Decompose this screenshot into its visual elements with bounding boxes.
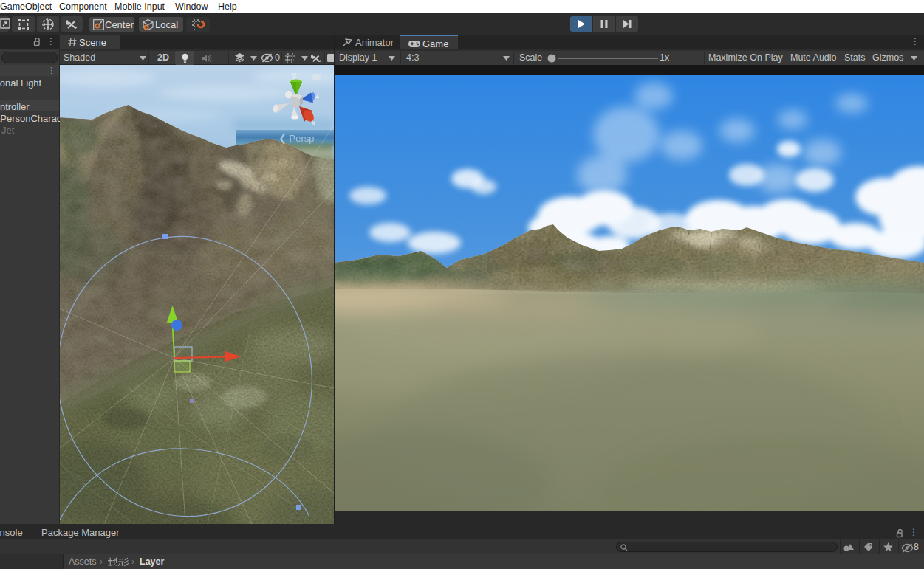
svg-text:x: x <box>312 118 316 127</box>
svg-text:z: z <box>315 91 320 100</box>
svg-text:y: y <box>292 70 297 79</box>
svg-text:❮ Persp: ❮ Persp <box>278 133 314 145</box>
